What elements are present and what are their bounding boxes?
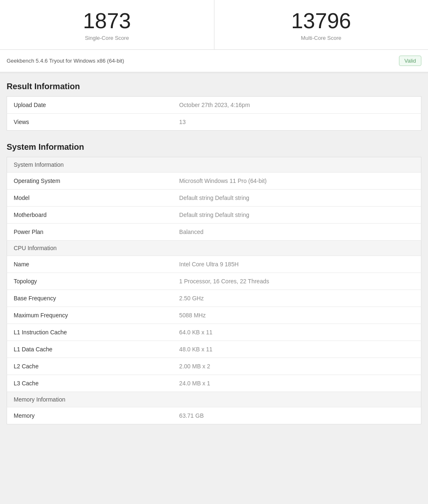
row-value: 5088 MHz xyxy=(173,307,421,324)
row-label: Motherboard xyxy=(7,207,173,224)
row-label: L1 Data Cache xyxy=(7,341,173,358)
result-information-title: Result Information xyxy=(7,82,421,91)
row-value: 48.0 KB x 11 xyxy=(173,341,421,358)
table-row: L3 Cache 24.0 MB x 1 xyxy=(7,375,421,392)
table-row: Topology 1 Processor, 16 Cores, 22 Threa… xyxy=(7,273,421,290)
table-row: Name Intel Core Ultra 9 185H xyxy=(7,256,421,273)
row-value: 1 Processor, 16 Cores, 22 Threads xyxy=(173,273,421,290)
table-row: Views 13 xyxy=(7,114,421,131)
table-row: Motherboard Default string Default strin… xyxy=(7,207,421,224)
system-information-title: System Information xyxy=(7,142,421,152)
row-label: Operating System xyxy=(7,173,173,190)
multi-core-label: Multi-Core Score xyxy=(223,35,420,41)
table-row: L2 Cache 2.00 MB x 2 xyxy=(7,358,421,375)
table-row: Maximum Frequency 5088 MHz xyxy=(7,307,421,324)
row-value: 63.71 GB xyxy=(173,407,421,424)
valid-badge: Valid xyxy=(399,56,421,66)
single-core-label: Single-Core Score xyxy=(8,35,206,41)
version-bar: Geekbench 5.4.6 Tryout for Windows x86 (… xyxy=(0,50,428,73)
row-label: Upload Date xyxy=(7,97,173,114)
group-header-label: System Information xyxy=(7,157,421,173)
version-text: Geekbench 5.4.6 Tryout for Windows x86 (… xyxy=(7,58,124,64)
row-label: Views xyxy=(7,114,173,131)
row-label: Name xyxy=(7,256,173,273)
row-value: 13 xyxy=(173,114,421,131)
table-row: Memory 63.71 GB xyxy=(7,407,421,424)
multi-core-block: 13796 Multi-Core Score xyxy=(214,0,428,49)
group-header-label: CPU Information xyxy=(7,241,421,256)
multi-core-score: 13796 xyxy=(223,10,420,32)
result-information-section: Result Information Upload Date October 2… xyxy=(0,73,428,134)
result-information-table: Upload Date October 27th 2023, 4:16pm Vi… xyxy=(7,96,421,131)
row-label: L3 Cache xyxy=(7,375,173,392)
row-value: Default string Default string xyxy=(173,190,421,207)
row-value: Balanced xyxy=(173,224,421,241)
table-row: Operating System Microsoft Windows 11 Pr… xyxy=(7,173,421,190)
table-row: Base Frequency 2.50 GHz xyxy=(7,290,421,307)
row-label: Model xyxy=(7,190,173,207)
system-information-table: System Information Operating System Micr… xyxy=(7,157,421,424)
group-header-label: Memory Information xyxy=(7,392,421,407)
row-label: Power Plan xyxy=(7,224,173,241)
row-label: Base Frequency xyxy=(7,290,173,307)
row-label: Memory xyxy=(7,407,173,424)
single-core-score: 1873 xyxy=(8,10,206,32)
row-value: Microsoft Windows 11 Pro (64-bit) xyxy=(173,173,421,190)
row-value: Intel Core Ultra 9 185H xyxy=(173,256,421,273)
row-value: 64.0 KB x 11 xyxy=(173,324,421,341)
row-value: 24.0 MB x 1 xyxy=(173,375,421,392)
row-value: Default string Default string xyxy=(173,207,421,224)
row-value: October 27th 2023, 4:16pm xyxy=(173,97,421,114)
group-header-row: Memory Information xyxy=(7,392,421,407)
table-row: L1 Instruction Cache 64.0 KB x 11 xyxy=(7,324,421,341)
row-value: 2.00 MB x 2 xyxy=(173,358,421,375)
row-label: L1 Instruction Cache xyxy=(7,324,173,341)
group-header-row: System Information xyxy=(7,157,421,173)
row-value: 2.50 GHz xyxy=(173,290,421,307)
row-label: L2 Cache xyxy=(7,358,173,375)
single-core-block: 1873 Single-Core Score xyxy=(0,0,214,49)
group-header-row: CPU Information xyxy=(7,241,421,256)
row-label: Maximum Frequency xyxy=(7,307,173,324)
table-row: Power Plan Balanced xyxy=(7,224,421,241)
table-row: Upload Date October 27th 2023, 4:16pm xyxy=(7,97,421,114)
system-information-section: System Information System Information Op… xyxy=(0,134,428,428)
scores-section: 1873 Single-Core Score 13796 Multi-Core … xyxy=(0,0,428,50)
row-label: Topology xyxy=(7,273,173,290)
table-row: L1 Data Cache 48.0 KB x 11 xyxy=(7,341,421,358)
table-row: Model Default string Default string xyxy=(7,190,421,207)
